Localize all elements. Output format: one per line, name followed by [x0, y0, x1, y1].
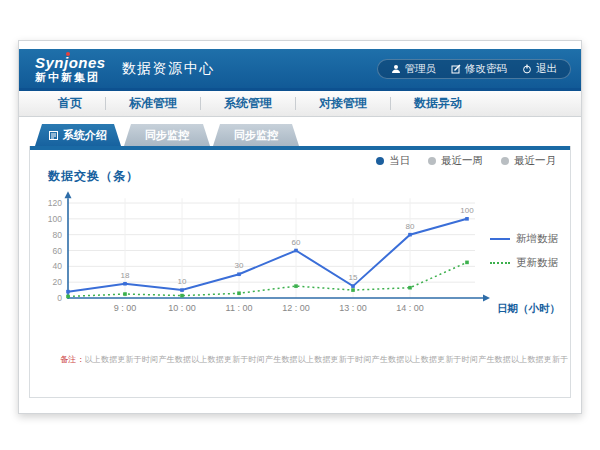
svg-text:0: 0 [57, 293, 62, 303]
logo-red-dot-icon [66, 52, 70, 56]
svg-text:11 : 00: 11 : 00 [226, 303, 253, 313]
nav-item-interface[interactable]: 对接管理 [295, 97, 390, 110]
content-area: 系统介绍 同步监控 同步监控 当日 最近一周 [19, 117, 581, 398]
tab-bar: 系统介绍 同步监控 同步监控 [29, 124, 571, 146]
legend-label: 新增数据 [516, 232, 558, 246]
radio-label: 最近一月 [514, 154, 556, 168]
chart-legend: 新增数据 更新数据 [490, 232, 566, 280]
radio-dot-icon [501, 157, 509, 165]
dotted-line-icon [490, 262, 510, 264]
note-text: 以上数据更新于时间产生数据以上数据更新于时间产生数据以上数据更新于时间产生数据以… [85, 355, 569, 364]
tab-label: 系统介绍 [63, 128, 107, 143]
svg-text:14 : 00: 14 : 00 [396, 303, 424, 313]
change-password-label: 修改密码 [465, 62, 507, 76]
admin-user-button[interactable]: 管理员 [391, 62, 437, 76]
note-label: 备注： [60, 355, 85, 364]
legend-item-updated-data[interactable]: 更新数据 [490, 256, 566, 270]
svg-text:9 : 00: 9 : 00 [114, 303, 137, 313]
solid-line-icon [490, 238, 510, 240]
radio-dot-icon [428, 157, 436, 165]
page-title: 数据资源中心 [122, 60, 215, 78]
tab-sync-monitor-1[interactable]: 同步监控 [124, 124, 210, 146]
nav-item-change[interactable]: 数据异动 [390, 97, 485, 110]
radio-last-month[interactable]: 最近一月 [501, 154, 556, 168]
radio-label: 当日 [389, 154, 410, 168]
svg-text:60: 60 [292, 238, 301, 247]
app-header: Synjones 新中新集团 数据资源中心 管理员 修改密码 退出 [19, 49, 581, 91]
tab-system-intro[interactable]: 系统介绍 [35, 124, 121, 146]
brand-logo: Synjones 新中新集团 [35, 55, 106, 83]
legend-item-new-data[interactable]: 新增数据 [490, 232, 566, 246]
tab-sync-monitor-2[interactable]: 同步监控 [213, 124, 299, 146]
svg-text:80: 80 [53, 230, 63, 240]
edit-icon [451, 64, 461, 74]
logout-label: 退出 [536, 62, 557, 76]
power-icon [522, 64, 532, 74]
svg-text:30: 30 [235, 261, 244, 270]
user-icon [391, 64, 401, 74]
logo-text: Synjones [35, 55, 106, 70]
svg-text:80: 80 [406, 222, 415, 231]
admin-user-label: 管理员 [405, 62, 437, 76]
tab-label: 同步监控 [145, 128, 189, 143]
change-password-button[interactable]: 修改密码 [451, 62, 507, 76]
nav-item-home[interactable]: 首页 [35, 97, 105, 110]
app-window: Synjones 新中新集团 数据资源中心 管理员 修改密码 退出 [18, 40, 582, 414]
svg-text:100: 100 [460, 206, 474, 215]
legend-label: 更新数据 [516, 256, 558, 270]
svg-text:20: 20 [53, 277, 63, 287]
radio-dot-icon [376, 157, 384, 165]
time-range-filter: 当日 最近一周 最近一月 [376, 154, 556, 168]
svg-text:日期（小时）: 日期（小时） [497, 302, 560, 315]
svg-text:100: 100 [48, 214, 62, 224]
tab-label: 同步监控 [234, 128, 278, 143]
svg-text:40: 40 [53, 261, 63, 271]
svg-text:10 : 00: 10 : 00 [168, 303, 196, 313]
panel-accent-bar [30, 146, 570, 150]
radio-today[interactable]: 当日 [376, 154, 410, 168]
svg-text:13 : 00: 13 : 00 [339, 303, 367, 313]
logout-button[interactable]: 退出 [522, 62, 557, 76]
radio-label: 最近一周 [441, 154, 483, 168]
nav-item-standard[interactable]: 标准管理 [105, 97, 200, 110]
svg-text:60: 60 [53, 246, 63, 256]
footer-note: 备注：以上数据更新于时间产生数据以上数据更新于时间产生数据以上数据更新于时间产生… [60, 354, 568, 365]
svg-text:12 : 00: 12 : 00 [282, 303, 310, 313]
chart-panel: 当日 最近一周 最近一月 数据交换（条） 0204060801001209 : … [29, 146, 571, 398]
window-top-padding [19, 41, 581, 49]
logo-subtext: 新中新集团 [35, 72, 106, 83]
document-icon [49, 131, 58, 140]
nav-item-system[interactable]: 系统管理 [200, 97, 295, 110]
main-nav: 首页 标准管理 系统管理 对接管理 数据异动 [19, 91, 581, 117]
svg-text:15: 15 [349, 273, 358, 282]
svg-text:120: 120 [48, 198, 62, 208]
radio-last-week[interactable]: 最近一周 [428, 154, 483, 168]
svg-text:18: 18 [121, 271, 130, 280]
svg-text:10: 10 [178, 277, 187, 286]
user-toolbar: 管理员 修改密码 退出 [377, 59, 572, 79]
